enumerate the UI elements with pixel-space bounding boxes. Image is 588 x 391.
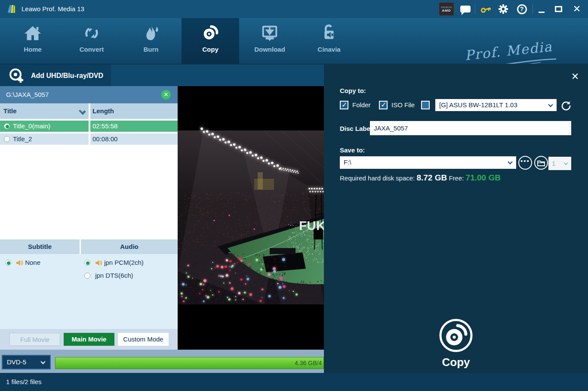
titlebar: Leawo Prof. Media 13 RADEONAMD ? ✕ <box>0 0 588 18</box>
capacity-progress-bar: 4.36 GB/4 <box>55 357 324 369</box>
settings-gear-icon[interactable] <box>497 0 509 18</box>
source-panel: G:\JAXA_5057 ✕ Title Length Title_0(main… <box>0 86 178 350</box>
main-movie-button[interactable]: Main Movie <box>64 333 114 346</box>
copy-start-button[interactable]: Copy <box>425 318 487 369</box>
title-radio-selected[interactable] <box>4 123 10 129</box>
open-folder-button[interactable] <box>534 156 548 170</box>
help-icon[interactable]: ? <box>516 0 527 18</box>
maximize-button[interactable] <box>552 0 564 18</box>
tab-copy[interactable]: Copy <box>182 18 239 64</box>
disc-label-input[interactable]: JAXA_5057 <box>370 121 571 135</box>
title-row-main[interactable]: Title_0(main) 02:55:58 <box>0 121 178 132</box>
window-title: Leawo Prof. Media 13 <box>22 0 84 18</box>
burner-drive-select[interactable]: [G] ASUS BW-12B1LT 1.03 <box>435 99 557 111</box>
audio-radio-dts[interactable] <box>84 273 90 279</box>
register-key-icon[interactable] <box>479 0 492 18</box>
iso-file-checkbox-label[interactable]: ISO File <box>391 100 415 110</box>
full-movie-button[interactable]: Full Movie <box>9 333 60 346</box>
app-window: Leawo Prof. Media 13 RADEONAMD ? ✕ <box>0 0 588 391</box>
convert-icon <box>82 23 102 43</box>
main-nav: Home Convert Burn Copy <box>0 18 588 64</box>
add-disc-icon <box>8 67 25 84</box>
copy-settings-panel: ✕ Copy to: Folder ISO File [G] ASUS BW-1… <box>324 65 588 373</box>
files-count: 1 files/2 files <box>6 378 42 385</box>
browse-ellipsis-button[interactable]: ••• <box>518 156 532 170</box>
audio-option-dts[interactable]: jpn DTS(6ch) <box>84 271 133 280</box>
amd-radeon-badge: RADEONAMD <box>439 2 454 16</box>
panel-close-icon[interactable]: ✕ <box>570 71 580 82</box>
burn-icon <box>141 23 161 43</box>
subtitle-radio[interactable] <box>5 260 11 266</box>
disk-space-info: Required hard disk space: 8.72 GB Free: … <box>340 173 501 183</box>
disc-label-label: Disc Label: <box>340 125 374 132</box>
iso-file-checkbox[interactable] <box>379 101 388 109</box>
free-space-value: 71.00 GB <box>466 173 501 182</box>
column-subtitle: Subtitle <box>0 239 80 254</box>
video-preview <box>178 86 324 350</box>
feedback-bubble-icon[interactable] <box>459 0 471 18</box>
chevron-down-icon <box>40 359 45 364</box>
refresh-drives-icon[interactable] <box>560 100 572 111</box>
chevron-down-icon <box>564 161 568 165</box>
save-path-select[interactable]: F:\ <box>340 156 516 169</box>
tab-burn[interactable]: Burn <box>122 18 180 64</box>
folder-checkbox-label[interactable]: Folder <box>352 100 371 110</box>
add-source-button[interactable]: Add UHD/Blu-ray/DVD <box>0 65 111 87</box>
add-source-label: Add UHD/Blu-ray/DVD <box>31 72 103 80</box>
app-logo-icon <box>6 3 18 15</box>
folder-checkbox[interactable] <box>340 101 348 109</box>
cinavia-lock-icon <box>319 23 339 43</box>
column-title[interactable]: Title <box>0 103 89 119</box>
save-to-label: Save to: <box>340 146 365 154</box>
title-radio[interactable] <box>4 136 10 142</box>
tab-home[interactable]: Home <box>4 18 62 64</box>
burner-checkbox[interactable] <box>421 101 430 109</box>
disc-format-select[interactable]: DVD-5 <box>2 355 51 369</box>
mode-buttons: Full Movie Main Movie Custom Mode <box>0 329 178 350</box>
titlebar-divider <box>475 4 475 14</box>
minimize-button[interactable] <box>536 0 547 18</box>
source-path: G:\JAXA_5057 <box>6 86 49 103</box>
required-space-value: 8.72 GB <box>416 173 447 182</box>
copy-start-label: Copy <box>425 356 487 369</box>
remove-source-icon[interactable]: ✕ <box>161 90 171 99</box>
download-icon <box>260 23 280 43</box>
subtitle-option-none[interactable]: None <box>5 258 40 267</box>
tab-cinavia[interactable]: Cinavia <box>300 18 358 64</box>
speaker-icon <box>16 260 23 266</box>
audio-radio-pcm[interactable] <box>84 260 90 266</box>
chevron-down-icon <box>548 102 553 107</box>
tab-download[interactable]: Download <box>241 18 299 64</box>
speaker-icon <box>95 260 102 266</box>
column-audio: Audio <box>81 239 178 254</box>
status-bar: 1 files/2 files <box>0 373 588 391</box>
source-header: G:\JAXA_5057 ✕ <box>0 86 178 103</box>
copies-count-spinner[interactable]: 1 <box>548 157 571 170</box>
copy-to-label: Copy to: <box>340 87 366 94</box>
custom-mode-button[interactable]: Custom Mode <box>118 333 169 346</box>
folder-icon <box>537 160 545 166</box>
titlebar-divider <box>533 4 533 14</box>
tab-convert[interactable]: Convert <box>63 18 120 64</box>
capacity-text: 4.36 GB/4 <box>295 357 322 369</box>
copy-disc-big-icon <box>438 318 474 353</box>
copy-disc-icon <box>200 23 220 43</box>
chevron-down-icon <box>508 159 512 164</box>
track-options: None jpn PCM(2ch) jpn DTS(6ch) <box>0 254 178 329</box>
home-icon <box>23 23 43 43</box>
close-button[interactable]: ✕ <box>570 0 583 18</box>
audio-option-pcm[interactable]: jpn PCM(2ch) <box>84 258 144 267</box>
column-length[interactable]: Length <box>90 103 178 119</box>
title-row-2[interactable]: Title_2 00:08:00 <box>0 133 178 145</box>
